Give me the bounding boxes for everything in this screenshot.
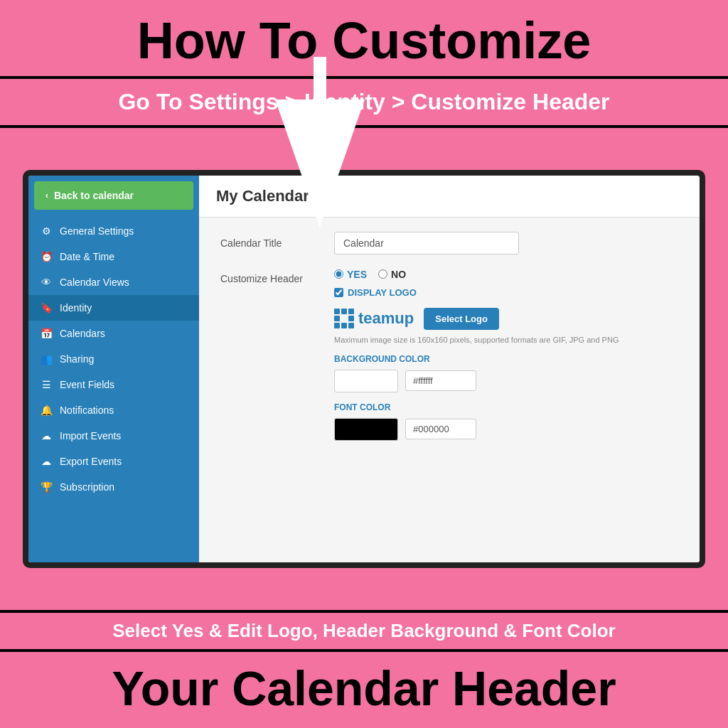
sidebar-label: Notifications: [60, 405, 114, 416]
customize-header-label: Customize Header: [220, 269, 334, 284]
top-title-section: How To Customize: [0, 0, 728, 79]
bottom-title-text: Your Calendar Header: [7, 663, 721, 714]
font-color-swatch[interactable]: [334, 418, 398, 441]
bottom-caption-text: Select Yes & Edit Logo, Header Backgroun…: [7, 620, 721, 642]
main-content: My Calendar Calendar Title Customize Hea…: [199, 176, 700, 562]
bottom-title-section: Your Calendar Header: [0, 649, 728, 728]
font-color-row: [334, 418, 619, 441]
page-wrapper: How To Customize Go To Settings > Identi…: [0, 0, 728, 728]
sidebar-label: Date & Time: [60, 251, 114, 262]
no-label: NO: [391, 269, 406, 280]
sidebar-item-calendars[interactable]: 📅 Calendars: [28, 321, 199, 346]
calendar-title-row: Calendar Title: [220, 232, 678, 255]
yes-radio-option[interactable]: YES: [334, 269, 367, 280]
sidebar-label: General Settings: [60, 225, 134, 237]
export-icon: ☁: [40, 456, 53, 467]
sidebar-item-date-time[interactable]: ⏰ Date & Time: [28, 244, 199, 269]
teamup-grid-icon: [334, 309, 354, 328]
sidebar-item-general-settings[interactable]: ⚙ General Settings: [28, 218, 199, 244]
select-logo-label: Select Logo: [435, 314, 488, 324]
import-icon: ☁: [40, 430, 53, 441]
sidebar-item-sharing[interactable]: 👥 Sharing: [28, 346, 199, 372]
subtitle-text: Go To Settings > Identity > Customize He…: [7, 89, 721, 115]
screen-inner: ‹ Back to calendar ⚙ General Settings ⏰ …: [28, 176, 700, 562]
sidebar-label: Sharing: [60, 353, 94, 365]
bookmark-icon: 🔖: [40, 302, 53, 314]
chevron-left-icon: ‹: [46, 191, 48, 200]
customize-header-row: Customize Header YES: [220, 269, 678, 451]
sidebar-label: Subscription: [60, 481, 114, 493]
sidebar-item-notifications[interactable]: 🔔 Notifications: [28, 397, 199, 423]
sidebar-menu: ⚙ General Settings ⏰ Date & Time 👁 Calen…: [28, 218, 199, 500]
sidebar-item-event-fields[interactable]: ☰ Event Fields: [28, 372, 199, 397]
no-radio-option[interactable]: NO: [378, 269, 406, 280]
page-title: My Calendar: [216, 187, 682, 205]
screenshot-area: ‹ Back to calendar ⚙ General Settings ⏰ …: [0, 128, 728, 609]
yes-radio-input[interactable]: [334, 269, 343, 279]
sidebar: ‹ Back to calendar ⚙ General Settings ⏰ …: [28, 176, 199, 562]
calendar-title-label: Calendar Title: [220, 237, 334, 249]
logo-row: teamup Select Logo: [334, 308, 619, 330]
customize-header-controls: YES NO DISPLA: [334, 269, 619, 451]
gear-icon: ⚙: [40, 225, 53, 237]
bg-color-input[interactable]: [405, 370, 476, 391]
sidebar-label: Event Fields: [60, 379, 114, 390]
teamup-logo: teamup: [334, 309, 414, 328]
yes-no-radio-group: YES NO: [334, 269, 619, 280]
calendar-title-input[interactable]: [334, 232, 519, 255]
display-logo-checkbox[interactable]: [334, 288, 343, 297]
yes-label: YES: [347, 269, 367, 280]
sidebar-label: Calendars: [60, 328, 105, 339]
select-logo-button[interactable]: Select Logo: [424, 308, 499, 330]
content-body: Calendar Title Customize Header: [199, 218, 700, 562]
calendar-icon: 📅: [40, 328, 53, 339]
display-logo-label: DISPLAY LOGO: [348, 287, 417, 298]
sidebar-item-calendar-views[interactable]: 👁 Calendar Views: [28, 269, 199, 295]
main-header: My Calendar: [199, 176, 700, 218]
sidebar-item-subscription[interactable]: 🏆 Subscription: [28, 474, 199, 500]
sidebar-label: Import Events: [60, 430, 121, 441]
sharing-icon: 👥: [40, 353, 53, 365]
bg-color-row: [334, 370, 619, 392]
display-logo-row: DISPLAY LOGO: [334, 287, 619, 298]
sidebar-item-import-events[interactable]: ☁ Import Events: [28, 423, 199, 449]
bg-color-swatch[interactable]: [334, 370, 398, 392]
main-title: How To Customize: [7, 13, 721, 69]
list-icon: ☰: [40, 379, 53, 390]
logo-hint-text: Maximum image size is 160x160 pixels, su…: [334, 336, 619, 344]
back-button-label: Back to calendar: [54, 190, 134, 201]
teamup-text: teamup: [358, 309, 414, 328]
back-to-calendar-button[interactable]: ‹ Back to calendar: [34, 181, 193, 210]
font-color-section-label: FONT COLOR: [334, 402, 619, 412]
sidebar-item-identity[interactable]: 🔖 Identity: [28, 295, 199, 321]
sidebar-label: Identity: [60, 302, 92, 314]
no-radio-input[interactable]: [378, 269, 387, 279]
sidebar-label: Calendar Views: [60, 277, 129, 288]
subtitle-strip: Go To Settings > Identity > Customize He…: [0, 79, 728, 128]
sidebar-item-export-events[interactable]: ☁ Export Events: [28, 449, 199, 474]
eye-icon: 👁: [40, 277, 53, 288]
clock-icon: ⏰: [40, 251, 53, 262]
bottom-caption-section: Select Yes & Edit Logo, Header Backgroun…: [0, 610, 728, 649]
font-color-input[interactable]: [405, 419, 476, 439]
sidebar-label: Export Events: [60, 456, 122, 467]
bg-color-section-label: BACKGROUND COLOR: [334, 354, 619, 364]
trophy-icon: 🏆: [40, 481, 53, 493]
screen-frame: ‹ Back to calendar ⚙ General Settings ⏰ …: [23, 170, 705, 568]
bell-icon: 🔔: [40, 405, 53, 416]
